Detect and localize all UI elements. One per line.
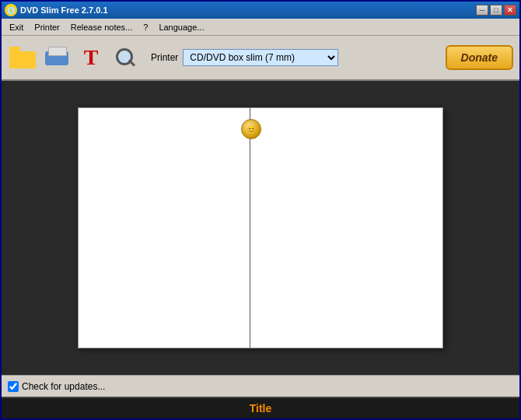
footer-title: Title — [250, 402, 272, 415]
menu-exit[interactable]: Exit — [5, 21, 28, 33]
menu-help[interactable]: ? — [138, 21, 152, 33]
title-bar: 💿 DVD Slim Free 2.7.0.1 ─ □ ✕ — [2, 2, 519, 19]
maximize-button[interactable]: □ — [490, 5, 502, 16]
printer-label: Printer — [151, 52, 178, 63]
app-icon: 💿 — [5, 4, 17, 16]
bottom-bar: Check for updates... — [2, 375, 519, 397]
cd-smiley: 😊 — [247, 125, 256, 134]
donate-button[interactable]: Donate — [446, 45, 513, 70]
main-area: 😊 — [2, 81, 519, 375]
minimize-button[interactable]: ─ — [476, 5, 488, 16]
close-button[interactable]: ✕ — [504, 5, 516, 16]
check-updates-label[interactable]: Check for updates... — [22, 381, 105, 392]
menu-language[interactable]: Language... — [154, 21, 208, 33]
cd-icon: 😊 — [241, 119, 261, 139]
menu-release-notes[interactable]: Release notes... — [66, 21, 138, 33]
checkbox-wrap: Check for updates... — [8, 381, 105, 392]
printer-icon — [44, 47, 70, 68]
folder-icon — [9, 47, 36, 68]
toolbar: T Printer CD/DVD box slim (7 mm) CD/DVD … — [2, 36, 519, 81]
window-controls: ─ □ ✕ — [476, 5, 516, 16]
printer-button[interactable] — [42, 43, 72, 72]
paper-divider — [250, 108, 250, 348]
preview-canvas: 😊 — [2, 81, 519, 375]
printer-select-group: Printer CD/DVD box slim (7 mm) CD/DVD bo… — [145, 49, 338, 66]
printer-select[interactable]: CD/DVD box slim (7 mm) CD/DVD box normal… — [183, 49, 338, 66]
text-button[interactable]: T — [76, 43, 106, 72]
text-icon: T — [84, 47, 99, 68]
title-bar-left: 💿 DVD Slim Free 2.7.0.1 — [5, 4, 108, 16]
main-window: 💿 DVD Slim Free 2.7.0.1 ─ □ ✕ Exit Print… — [0, 0, 521, 420]
open-folder-button[interactable] — [8, 43, 37, 72]
cd-circle-outer: 😊 — [241, 119, 261, 139]
window-title: DVD Slim Free 2.7.0.1 — [20, 5, 108, 15]
check-updates-checkbox[interactable] — [8, 381, 19, 392]
search-icon — [114, 47, 136, 68]
menu-printer[interactable]: Printer — [30, 21, 64, 33]
footer-bar: Title — [2, 397, 519, 418]
menu-bar: Exit Printer Release notes... ? Language… — [2, 19, 519, 36]
search-button[interactable] — [110, 43, 140, 72]
paper-sheet: 😊 — [78, 107, 443, 348]
